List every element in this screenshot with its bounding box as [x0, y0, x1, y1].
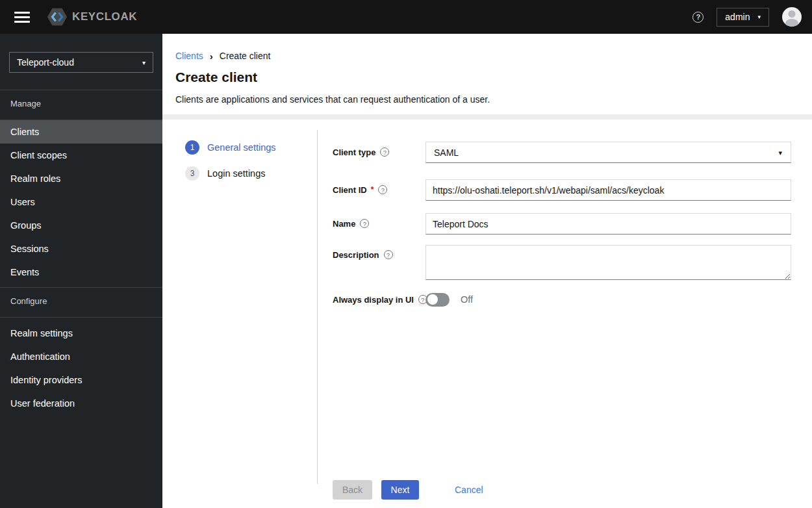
sidebar-item-groups[interactable]: Groups	[0, 214, 162, 237]
always-display-toggle[interactable]	[425, 293, 450, 307]
sidebar-item-realm-settings[interactable]: Realm settings	[0, 322, 162, 345]
create-client-form-section: 1 General settings 3 Login settings Clie…	[162, 120, 812, 508]
sidebar-item-events[interactable]: Events	[0, 260, 162, 284]
name-input[interactable]	[425, 213, 791, 235]
hamburger-icon[interactable]	[14, 9, 30, 25]
question-circle-icon[interactable]: ?	[360, 219, 369, 228]
sidebar-item-clients[interactable]: Clients	[0, 120, 162, 144]
sidebar-item-users[interactable]: Users	[0, 190, 162, 214]
client-type-label: Client type ?	[333, 147, 389, 157]
page-description: Clients are applications and services th…	[175, 94, 796, 105]
breadcrumb-clients-link[interactable]: Clients	[175, 51, 203, 61]
sidebar-item-client-scopes[interactable]: Client scopes	[0, 144, 162, 167]
client-type-select[interactable]: SAML ▾	[425, 142, 791, 163]
chevron-down-icon: ▾	[778, 148, 782, 157]
next-button[interactable]: Next	[381, 480, 419, 500]
user-menu-dropdown[interactable]: admin ▾	[717, 8, 769, 27]
keycloak-logo[interactable]: KEYCLOAK	[47, 7, 137, 27]
form-actions: Back Next Cancel	[333, 480, 483, 500]
section-divider-band	[162, 114, 812, 120]
sidebar-section-configure: Configure	[0, 288, 162, 317]
breadcrumb-separator-icon: ›	[210, 51, 213, 61]
wizard-step-label: General settings	[207, 142, 276, 153]
question-circle-icon[interactable]: ?	[384, 250, 393, 259]
client-id-input[interactable]	[425, 179, 791, 201]
page-header: Clients › Create client Create client Cl…	[162, 34, 812, 114]
sidebar-item-sessions[interactable]: Sessions	[0, 237, 162, 260]
sidebar-item-identity-providers[interactable]: Identity providers	[0, 368, 162, 392]
question-circle-icon[interactable]: ?	[380, 147, 389, 157]
brand-text: KEYCLOAK	[72, 10, 137, 23]
wizard-step-label: Login settings	[207, 168, 265, 179]
sidebar: Teleport-cloud ▾ Manage Clients Client s…	[0, 34, 162, 508]
wizard-steps-nav: 1 General settings 3 Login settings	[185, 140, 276, 192]
sidebar-section-manage: Manage	[0, 90, 162, 120]
realm-selector-value: Teleport-cloud	[17, 57, 74, 68]
wizard-step-number: 3	[185, 166, 199, 181]
question-circle-icon[interactable]: ?	[378, 185, 387, 194]
masthead: KEYCLOAK ? admin ▾	[0, 0, 812, 34]
name-label: Name ?	[333, 218, 369, 229]
chevron-down-icon: ▾	[142, 59, 146, 66]
wizard-vertical-divider	[317, 130, 318, 484]
sidebar-nav-configure: Realm settings Authentication Identity p…	[0, 318, 162, 415]
wizard-step-general-settings[interactable]: 1 General settings	[185, 140, 276, 155]
breadcrumb-current: Create client	[220, 51, 271, 61]
always-display-switch-row: Off	[425, 292, 473, 307]
client-id-label: Client ID * ?	[333, 184, 387, 195]
wizard-step-login-settings[interactable]: 3 Login settings	[185, 166, 276, 181]
realm-selector[interactable]: Teleport-cloud ▾	[9, 52, 153, 73]
breadcrumb: Clients › Create client	[175, 51, 796, 61]
page-title: Create client	[175, 70, 796, 85]
sidebar-nav-manage: Clients Client scopes Realm roles Users …	[0, 120, 162, 284]
toggle-state-label: Off	[461, 294, 473, 305]
description-textarea[interactable]	[425, 245, 791, 280]
back-button[interactable]: Back	[333, 480, 372, 500]
avatar	[782, 7, 802, 27]
sidebar-item-user-federation[interactable]: User federation	[0, 392, 162, 415]
wizard-step-number: 1	[185, 140, 199, 155]
sidebar-item-realm-roles[interactable]: Realm roles	[0, 167, 162, 190]
cancel-button[interactable]: Cancel	[455, 480, 483, 500]
user-menu-label: admin	[725, 12, 750, 22]
required-asterisk: *	[371, 185, 374, 194]
help-icon[interactable]: ?	[692, 12, 704, 23]
sidebar-item-authentication[interactable]: Authentication	[0, 345, 162, 368]
description-label: Description ?	[333, 249, 393, 260]
chevron-down-icon: ▾	[757, 14, 761, 20]
keycloak-hexagon-icon	[47, 7, 68, 27]
client-type-value: SAML	[434, 147, 459, 158]
toggle-knob	[427, 294, 438, 305]
always-display-label: Always display in UI ?	[333, 294, 427, 305]
